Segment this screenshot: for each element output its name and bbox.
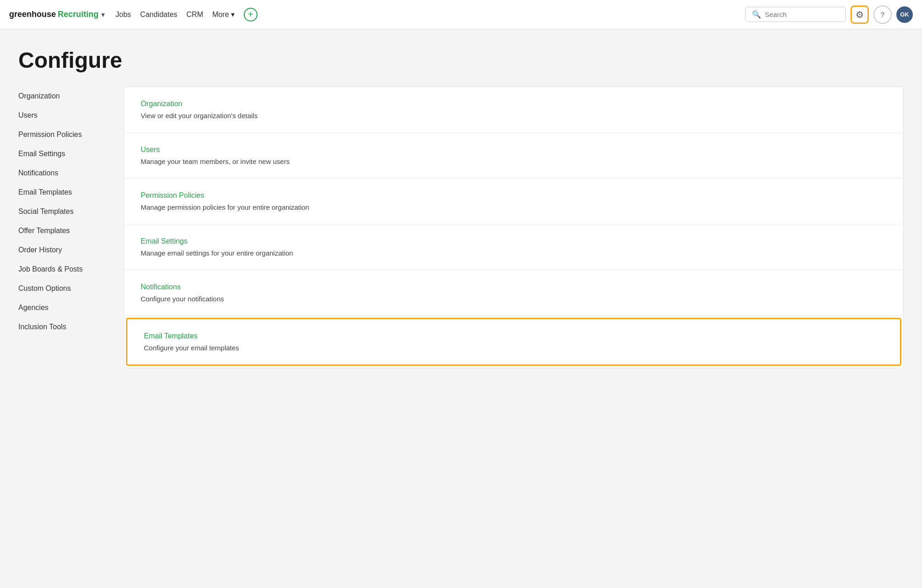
navbar: greenhouse Recruiting ▾ Jobs Candidates … <box>0 0 922 29</box>
sidebar-item-email-settings[interactable]: Email Settings <box>18 144 119 163</box>
content-layout: Organization Users Permission Policies E… <box>18 87 904 368</box>
content-item-email-settings: Email Settings Manage email settings for… <box>124 224 903 270</box>
content-item-organization-desc: View or edit your organization's details <box>141 112 887 120</box>
content-item-permission-policies-desc: Manage permission policies for your enti… <box>141 203 887 211</box>
content-item-notifications-desc: Configure your notifications <box>141 295 887 303</box>
sidebar-item-agencies[interactable]: Agencies <box>18 298 119 317</box>
content-item-email-templates: Email Templates Configure your email tem… <box>126 318 901 366</box>
content-item-email-settings-title[interactable]: Email Settings <box>141 237 887 245</box>
sidebar-item-organization[interactable]: Organization <box>18 87 119 106</box>
sidebar-item-inclusion-tools[interactable]: Inclusion Tools <box>18 317 119 337</box>
help-button[interactable]: ? <box>873 5 892 24</box>
brand-recruiting-text: Recruiting <box>58 10 99 19</box>
sidebar-item-order-history[interactable]: Order History <box>18 240 119 260</box>
navbar-right: 🔍 ⚙ ? GK <box>745 5 913 24</box>
brand-greenhouse-text: greenhouse <box>9 10 56 19</box>
content-item-notifications-title[interactable]: Notifications <box>141 283 887 291</box>
nav-add-button[interactable]: + <box>244 8 258 22</box>
content-item-email-templates-title[interactable]: Email Templates <box>144 332 884 340</box>
sidebar-item-custom-options[interactable]: Custom Options <box>18 279 119 298</box>
sidebar-item-users[interactable]: Users <box>18 106 119 125</box>
brand-logo[interactable]: greenhouse Recruiting ▾ <box>9 10 104 19</box>
nav-candidates[interactable]: Candidates <box>140 11 177 19</box>
sidebar-item-job-boards-posts[interactable]: Job Boards & Posts <box>18 260 119 279</box>
search-box: 🔍 <box>745 7 846 22</box>
content-item-organization-title[interactable]: Organization <box>141 100 887 108</box>
search-input[interactable] <box>765 11 839 18</box>
sidebar-item-offer-templates[interactable]: Offer Templates <box>18 221 119 240</box>
nav-more[interactable]: More ▾ <box>212 10 234 19</box>
nav-crm[interactable]: CRM <box>187 11 203 19</box>
page-title: Configure <box>18 48 904 73</box>
avatar-button[interactable]: GK <box>896 6 913 23</box>
nav-links: Jobs Candidates CRM More ▾ + <box>115 8 258 22</box>
nav-jobs[interactable]: Jobs <box>115 11 131 19</box>
content-item-email-settings-desc: Manage email settings for your entire or… <box>141 249 887 257</box>
sidebar-item-notifications[interactable]: Notifications <box>18 163 119 183</box>
gear-button[interactable]: ⚙ <box>851 5 869 24</box>
sidebar-item-permission-policies[interactable]: Permission Policies <box>18 125 119 144</box>
content-item-organization: Organization View or edit your organizat… <box>124 87 903 133</box>
content-item-notifications: Notifications Configure your notificatio… <box>124 270 903 316</box>
search-icon: 🔍 <box>752 10 761 19</box>
brand-chevron-icon: ▾ <box>101 11 104 18</box>
content-item-email-templates-desc: Configure your email templates <box>144 344 884 352</box>
content-item-users-title[interactable]: Users <box>141 146 887 154</box>
page-container: Configure Organization Users Permission … <box>0 29 922 387</box>
sidebar-item-social-templates[interactable]: Social Templates <box>18 202 119 221</box>
content-item-users: Users Manage your team members, or invit… <box>124 133 903 179</box>
sidebar: Organization Users Permission Policies E… <box>18 87 124 368</box>
content-item-permission-policies: Permission Policies Manage permission po… <box>124 179 903 224</box>
main-content: Organization View or edit your organizat… <box>124 87 904 368</box>
content-item-permission-policies-title[interactable]: Permission Policies <box>141 191 887 200</box>
content-item-users-desc: Manage your team members, or invite new … <box>141 158 887 165</box>
sidebar-item-email-templates[interactable]: Email Templates <box>18 183 119 202</box>
